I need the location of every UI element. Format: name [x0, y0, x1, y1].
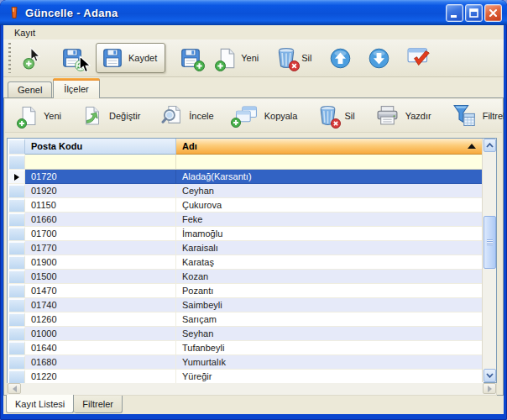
magnifier-page-icon: [161, 105, 182, 126]
cell-posta-kodu: 01150: [25, 198, 176, 213]
cell-adi: Karataş: [176, 255, 483, 270]
delete-button-label: Sil: [301, 53, 311, 63]
grid-delete-button[interactable]: Sil: [315, 103, 358, 128]
filter-input-adi[interactable]: [176, 155, 483, 170]
table-row[interactable]: 01470 Pozantı: [8, 284, 483, 298]
cell-adi: Yumurtalık: [176, 355, 483, 370]
grid-copy-button[interactable]: Kopyala: [232, 104, 301, 127]
table-row[interactable]: 01680 Yumurtalık: [8, 355, 483, 370]
tab-filtreler-label: Filtreler: [82, 399, 113, 409]
tab-kayit-listesi[interactable]: Kayıt Listesi: [6, 395, 74, 413]
confirm-button[interactable]: [402, 44, 437, 72]
table-row[interactable]: 01260 Sarıçam: [8, 312, 483, 327]
copy-windows-icon: [235, 106, 258, 125]
column-header-posta-kodu[interactable]: Posta Kodu: [25, 139, 176, 155]
right-arrow-icon: [488, 386, 492, 392]
row-indicator: [8, 213, 25, 227]
cell-posta-kodu: 01720: [25, 170, 176, 184]
cell-posta-kodu: 01000: [25, 327, 176, 341]
tab-genel[interactable]: Genel: [8, 81, 52, 97]
bottom-tabstrip: Kayıt Listesi Filtreler: [3, 396, 504, 413]
down-circle-icon: [368, 48, 389, 69]
vertical-scroll-thumb[interactable]: [483, 216, 496, 269]
grid-rows: 01720 Aladağ(Karsantı) 01920 Ceyhan 0115…: [8, 170, 483, 384]
delete-record-button[interactable]: Sil: [271, 44, 316, 72]
scroll-left-button[interactable]: [8, 383, 21, 394]
move-down-button[interactable]: [363, 45, 395, 72]
scroll-down-button[interactable]: [483, 369, 496, 382]
titlebar[interactable]: Güncelle - Adana: [0, 0, 507, 25]
menubar: Kayıt: [3, 25, 504, 39]
table-row[interactable]: 01900 Karataş: [8, 255, 483, 270]
cell-posta-kodu: 01470: [25, 284, 176, 298]
table-row[interactable]: 01220 Yüreğir: [8, 370, 483, 384]
grid-edit-button[interactable]: Değiştir: [79, 104, 144, 128]
edit-page-icon: [82, 106, 102, 126]
close-button[interactable]: [484, 4, 502, 22]
move-up-button[interactable]: [325, 45, 356, 72]
horizontal-scrollbar[interactable]: [7, 383, 497, 396]
grid-copy-label: Kopyala: [264, 111, 298, 121]
record-toolbar: Yeni Değiştir İncele: [5, 99, 502, 133]
vertical-scrollbar[interactable]: [482, 139, 496, 382]
save-add-button[interactable]: [175, 44, 206, 72]
grid-print-button[interactable]: Yazdır: [373, 103, 435, 128]
minimize-button[interactable]: [446, 4, 463, 22]
table-row[interactable]: 01700 İmamoğlu: [8, 227, 483, 241]
cell-adi: Seyhan: [176, 327, 483, 341]
table-row[interactable]: 01640 Tufanbeyli: [8, 341, 483, 355]
filter-input-posta-kodu[interactable]: [25, 155, 176, 170]
tab-filtreler[interactable]: Filtreler: [74, 396, 123, 413]
page-plus-icon: [21, 106, 37, 126]
row-indicator: [8, 255, 25, 270]
x-badge-icon: [289, 60, 300, 71]
scroll-right-button[interactable]: [483, 383, 496, 394]
app-icon: [8, 6, 21, 19]
mouse-cursor: [79, 55, 91, 74]
new-record-button[interactable]: Yeni: [214, 45, 264, 72]
grid-inspect-label: İncele: [189, 111, 213, 121]
row-indicator: [8, 355, 25, 370]
cell-adi: Feke: [176, 213, 483, 227]
save-button[interactable]: Kaydet: [96, 43, 165, 73]
table-row[interactable]: 01500 Kozan: [8, 270, 483, 284]
cell-posta-kodu: 01920: [25, 184, 176, 198]
table-row[interactable]: 01770 Karaisalı: [8, 241, 483, 255]
grid-filter-button[interactable]: Filtrele: [449, 102, 504, 129]
tab-ilceler-label: İlçeler: [64, 84, 88, 94]
row-indicator: [8, 298, 25, 312]
save-button-label: Kaydet: [128, 53, 157, 63]
filter-funnel-icon: [452, 104, 476, 127]
plus-badge-icon: [215, 60, 226, 71]
cell-posta-kodu: 01260: [25, 312, 176, 327]
left-arrow-icon: [13, 386, 17, 392]
maximize-button[interactable]: [465, 4, 483, 22]
cell-posta-kodu: 01740: [25, 298, 176, 312]
tab-ilceler[interactable]: İlçeler: [53, 78, 99, 98]
trash-delete-icon: [318, 105, 337, 126]
column-header-adi[interactable]: Adı: [176, 139, 483, 155]
table-row[interactable]: 01660 Feke: [8, 213, 483, 227]
row-indicator: [8, 370, 25, 384]
table-row[interactable]: 01740 Saimbeyli: [8, 298, 483, 312]
app-window: Güncelle - Adana Kayıt: [0, 0, 507, 420]
table-row[interactable]: 01920 Ceyhan: [8, 184, 483, 198]
table-row[interactable]: 01720 Aladağ(Karsantı): [8, 170, 483, 184]
grid-print-label: Yazdır: [405, 111, 431, 121]
add-record-button[interactable]: [18, 44, 49, 73]
grid-new-button[interactable]: Yeni: [18, 104, 65, 128]
cell-posta-kodu: 01660: [25, 213, 176, 227]
table-row[interactable]: 01000 Seyhan: [8, 327, 483, 341]
menu-kayit[interactable]: Kayıt: [9, 27, 40, 39]
bottom-tabstrip-filler: [123, 395, 504, 413]
cursor-plus-icon: [23, 47, 44, 70]
up-circle-icon: [330, 48, 351, 69]
row-indicator: [8, 327, 25, 341]
grid-inspect-button[interactable]: İncele: [158, 103, 217, 128]
scroll-up-button[interactable]: [483, 139, 496, 152]
sort-asc-icon: [468, 144, 476, 149]
floppy-plus-icon: [180, 47, 201, 69]
toolbar-gripper[interactable]: [7, 43, 13, 72]
tabstrip: Genel İlçeler: [3, 77, 504, 97]
table-row[interactable]: 01150 Çukurova: [8, 198, 483, 213]
